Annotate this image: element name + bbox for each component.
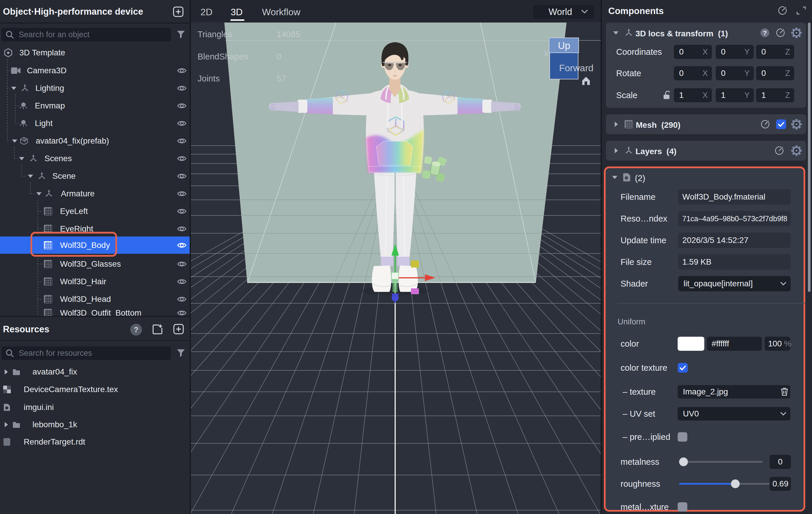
- svg-text:Up: Up: [558, 40, 570, 51]
- svg-text:14085: 14085: [277, 30, 300, 39]
- svg-text:?: ?: [134, 325, 139, 334]
- svg-text:Triangles: Triangles: [198, 30, 232, 39]
- svg-text:BlendShapes: BlendShapes: [198, 52, 248, 61]
- svg-text:0: 0: [277, 52, 281, 61]
- svg-text:57: 57: [277, 74, 286, 83]
- svg-text:Forward: Forward: [559, 63, 593, 73]
- svg-text:?: ?: [763, 29, 766, 37]
- svg-text:Joints: Joints: [198, 74, 220, 83]
